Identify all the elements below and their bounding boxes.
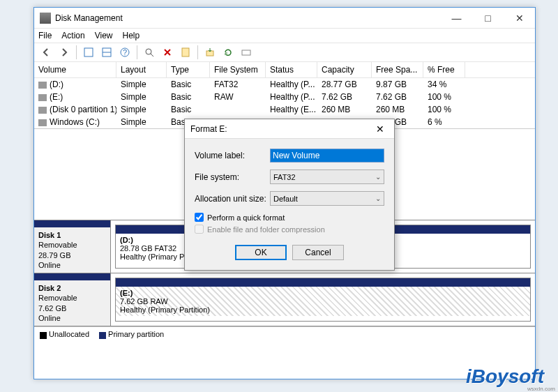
- volume-row[interactable]: (E:)SimpleBasicRAWHealthy (P...7.62 GB7.…: [34, 91, 535, 103]
- toolbar: ?: [34, 43, 535, 62]
- refresh-icon[interactable]: [220, 45, 236, 60]
- search-icon[interactable]: [142, 45, 157, 60]
- toolbar-icon[interactable]: [239, 45, 254, 60]
- maximize-button[interactable]: □: [472, 8, 504, 28]
- properties-icon[interactable]: [178, 45, 193, 60]
- col-filesystem: File System: [210, 62, 266, 77]
- ok-button[interactable]: OK: [235, 245, 287, 260]
- toolbar-icon[interactable]: [99, 45, 114, 60]
- legend-swatch-primary: [99, 332, 106, 339]
- svg-text:?: ?: [123, 48, 127, 56]
- legend-unallocated: Unallocated: [49, 330, 89, 338]
- col-layout: Layout: [116, 62, 167, 77]
- menu-view[interactable]: View: [95, 31, 113, 40]
- dialog-title: Format E:: [190, 124, 372, 134]
- titlebar[interactable]: Disk Management — □ ✕: [34, 8, 535, 29]
- format-dialog: Format E: ✕ Volume label: File system: F…: [184, 119, 395, 271]
- legend-primary: Primary partition: [108, 330, 164, 338]
- svg-line-6: [151, 54, 153, 56]
- legend-swatch-unallocated: [40, 332, 47, 339]
- dialog-titlebar[interactable]: Format E: ✕: [185, 119, 394, 139]
- quick-format-input[interactable]: [195, 213, 204, 222]
- legend: Unallocated Primary partition: [34, 326, 535, 342]
- svg-point-5: [146, 49, 151, 54]
- volume-label-label: Volume label:: [195, 151, 270, 160]
- menu-file[interactable]: File: [38, 31, 52, 40]
- volume-row[interactable]: (D:)SimpleBasicFAT32Healthy (P...28.77 G…: [34, 78, 535, 91]
- allocation-size-label: Allocation unit size:: [195, 194, 270, 204]
- svg-rect-7: [182, 48, 189, 56]
- back-button[interactable]: [38, 45, 54, 60]
- dialog-close-button[interactable]: ✕: [372, 123, 389, 135]
- svg-rect-0: [84, 48, 93, 56]
- menubar: File Action View Help: [34, 29, 535, 43]
- disk-info[interactable]: Disk 1Removable28.79 GBOnline: [34, 220, 111, 273]
- col-volume: Volume: [34, 62, 116, 77]
- help-icon[interactable]: ?: [117, 45, 133, 60]
- app-icon: [40, 13, 51, 24]
- minimize-button[interactable]: —: [441, 8, 472, 28]
- cancel-button[interactable]: Cancel: [292, 245, 344, 260]
- compression-input: [195, 225, 204, 234]
- volume-row[interactable]: (Disk 0 partition 1)SimpleBasicHealthy (…: [34, 103, 535, 116]
- delete-icon[interactable]: [160, 45, 175, 60]
- col-status: Status: [266, 62, 317, 77]
- disk-row: Disk 2Removable7.62 GBOnline(E:)7.62 GB …: [34, 273, 535, 326]
- source-text: wsxdn.com: [527, 386, 555, 392]
- window-title: Disk Management: [55, 13, 441, 23]
- toolbar-icon[interactable]: [81, 45, 96, 60]
- partition-block[interactable]: (E:)7.62 GB RAWHealthy (Primary Partitio…: [115, 278, 531, 322]
- allocation-size-select[interactable]: Default: [270, 191, 384, 206]
- menu-action[interactable]: Action: [61, 31, 84, 40]
- file-system-select[interactable]: FAT32: [270, 169, 384, 184]
- file-system-label: File system:: [195, 172, 270, 182]
- svg-rect-9: [242, 50, 250, 55]
- close-button[interactable]: ✕: [504, 8, 535, 28]
- volume-label-input[interactable]: [270, 149, 384, 163]
- col-free: Free Spa...: [372, 62, 423, 77]
- quick-format-checkbox[interactable]: Perform a quick format: [195, 213, 384, 222]
- disk-info[interactable]: Disk 2Removable7.62 GBOnline: [34, 273, 111, 326]
- menu-help[interactable]: Help: [123, 31, 140, 40]
- col-capacity: Capacity: [317, 62, 372, 77]
- forward-button[interactable]: [56, 45, 72, 60]
- toolbar-icon[interactable]: [202, 45, 218, 60]
- compression-checkbox: Enable file and folder compression: [195, 225, 384, 234]
- col-type: Type: [167, 62, 210, 77]
- column-headers[interactable]: Volume Layout Type File System Status Ca…: [34, 62, 535, 78]
- watermark-logo: iBoysoft: [466, 365, 544, 388]
- col-pctfree: % Free: [423, 62, 465, 77]
